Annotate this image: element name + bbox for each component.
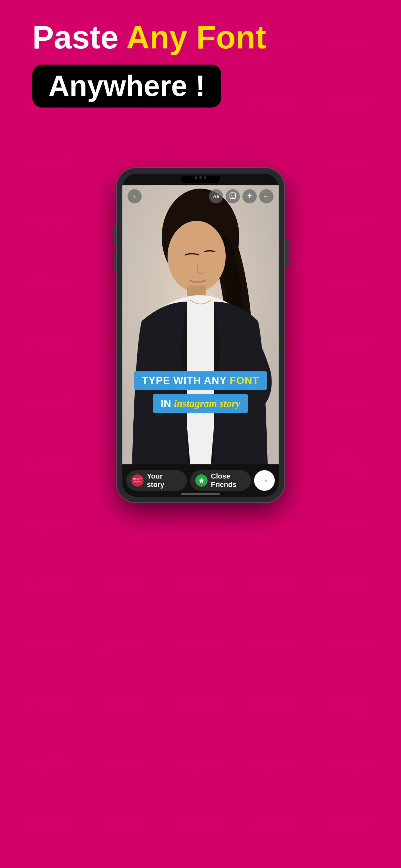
watermark-item: FONT (238, 675, 313, 735)
watermark-item: FONT (313, 253, 388, 314)
anywhere-text: Anywhere ! (49, 70, 205, 102)
font-text: FONT (229, 375, 259, 386)
effects-button[interactable] (243, 189, 257, 204)
story-bottom-bar: STORYFONT Your story Close Friends → (122, 464, 279, 497)
more-icon: ··· (264, 193, 269, 199)
watermark-item: FONT (163, 735, 238, 795)
svg-rect-4 (230, 193, 236, 198)
watermark-item: FONT (313, 133, 388, 193)
watermark-item: FONT (313, 73, 388, 133)
story-text-overlay: TYPE WITH ANY FONT IN instagram story (122, 371, 279, 413)
in-word: IN (161, 398, 174, 409)
person-photo-bg (122, 185, 279, 464)
watermark-item: FONT (313, 494, 388, 554)
watermark-item: FONT (313, 675, 388, 735)
your-story-button[interactable]: STORYFONT Your story (126, 470, 187, 491)
sensor-dot (204, 176, 206, 179)
close-friends-label: Close Friends (211, 472, 246, 489)
back-icon: ‹ (133, 192, 135, 200)
svg-point-2 (167, 221, 226, 292)
story-toolbar: ‹ Aa (122, 189, 279, 204)
watermark-item: FONT (13, 795, 88, 855)
watermark-item: FONT (88, 795, 163, 855)
svg-point-6 (234, 194, 235, 195)
watermark-item: FONT (163, 554, 238, 615)
story-line2-text: IN instagram story (161, 398, 240, 409)
watermark-item: FONT (13, 494, 88, 554)
arrow-icon: → (260, 476, 269, 486)
watermark-item: FONT (313, 374, 388, 434)
home-bar-line (181, 493, 220, 495)
effects-icon (246, 192, 253, 201)
watermark-item: FONT (238, 735, 313, 795)
watermark-item: FONT (313, 193, 388, 253)
story-font-icon: STORYFONT (131, 474, 144, 487)
watermark-item: FONT (13, 133, 88, 193)
story-line2: IN instagram story (153, 394, 248, 413)
header-area: Paste Any Font Anywhere ! (32, 20, 266, 107)
watermark-item: FONT (13, 554, 88, 615)
anywhere-box: Anywhere ! (32, 65, 221, 107)
watermark-item: FONT (13, 434, 88, 494)
watermark-item: FONT (163, 795, 238, 855)
your-story-label: Your story (147, 472, 182, 489)
phone-outer-frame: ‹ Aa (117, 168, 284, 502)
text-icon: Aa (213, 194, 219, 199)
watermark-item: FONT (13, 675, 88, 735)
watermark-item: FONT (88, 615, 163, 675)
sticker-icon (229, 192, 236, 201)
watermark-item: FONT (313, 795, 388, 855)
camera-notch (195, 176, 206, 179)
share-arrow-button[interactable]: → (254, 470, 275, 491)
toolbar-right-buttons: Aa (209, 189, 274, 204)
watermark-item: FONT (238, 554, 313, 615)
instagram-story-text: instagram story (174, 398, 240, 409)
watermark-item: FONT (313, 434, 388, 494)
paste-word: Paste (32, 19, 119, 55)
close-friends-button[interactable]: Close Friends (190, 470, 251, 491)
camera-dot (195, 176, 197, 179)
phone-notch-bar (122, 174, 279, 185)
watermark-item: FONT (88, 494, 163, 554)
story-line1: TYPE WITH ANY FONT (134, 371, 267, 390)
any-font-word: Any Font (126, 19, 266, 55)
watermark-item: FONT (163, 615, 238, 675)
watermark-item: FONT (13, 735, 88, 795)
story-screen: ‹ Aa (122, 185, 279, 464)
watermark-item: FONT (238, 795, 313, 855)
watermark-item: FONT (313, 554, 388, 615)
back-button[interactable]: ‹ (127, 189, 142, 204)
watermark-item: FONT (13, 193, 88, 253)
watermark-item: FONT (238, 615, 313, 675)
sticker-button[interactable] (226, 189, 240, 204)
watermark-item: FONT (88, 675, 163, 735)
page-title: Paste Any Font (32, 20, 266, 55)
watermark-item: FONT (163, 494, 238, 554)
watermark-item: FONT (163, 675, 238, 735)
story-line1-text: TYPE WITH ANY FONT (142, 375, 259, 386)
person-svg (122, 185, 279, 464)
story-font-icon-text: STORYFONT (133, 477, 142, 484)
watermark-item: FONT (313, 735, 388, 795)
watermark-item: FONT (313, 615, 388, 675)
watermark-item: FONT (88, 554, 163, 615)
speaker-dot (199, 176, 202, 179)
watermark-item: FONT (313, 314, 388, 374)
watermark-item: FONT (13, 615, 88, 675)
type-with-any-text: TYPE WITH ANY (142, 375, 230, 386)
watermark-item: FONT (13, 253, 88, 314)
watermark-item: FONT (313, 13, 388, 73)
close-friends-icon (195, 474, 208, 487)
phone-mockup: ‹ Aa (117, 168, 284, 502)
watermark-item: FONT (13, 314, 88, 374)
watermark-item: FONT (88, 735, 163, 795)
more-button[interactable]: ··· (259, 189, 274, 204)
watermark-item: FONT (13, 374, 88, 434)
phone-screen: ‹ Aa (122, 174, 279, 497)
svg-point-5 (231, 194, 232, 195)
watermark-item: FONT (238, 494, 313, 554)
text-button[interactable]: Aa (209, 189, 223, 204)
